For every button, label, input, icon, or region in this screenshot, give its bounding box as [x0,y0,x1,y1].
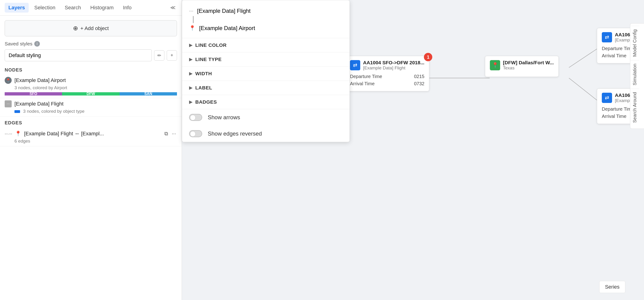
show-arrows-label: Show arrows [208,114,240,121]
collapse-sidebar-button[interactable]: ≪ [169,3,177,12]
width-section: ▶ WIDTH [182,67,350,81]
line-type-header[interactable]: ▶ LINE TYPE [182,52,350,66]
show-arrows-row: Show arrows [182,109,350,126]
sidebar-tabs: Layers Selection Search Histogram Info ≪ [0,0,182,15]
line-type-section: ▶ LINE TYPE [182,52,350,67]
tab-layers[interactable]: Layers [5,3,29,12]
departure-time-row: Departure Time 0215 [350,73,424,80]
node-item-flight[interactable]: ··· [Example Data] Flight 3 nodes, color… [0,98,182,116]
edge-location-icon: 📍 [15,131,21,137]
connection-line [193,16,194,23]
dallas-airport-title: [DFW] Dallas/Fort W... [503,60,554,65]
simulation-tab[interactable]: Simulation [630,60,639,88]
show-arrows-toggle[interactable] [189,114,202,121]
label-header[interactable]: ▶ LABEL [182,81,350,95]
search-around-tab[interactable]: Search Around [630,88,639,126]
badges-label: BADGES [196,99,217,105]
chevron-right-icon: ▶ [189,43,192,48]
arrival-time-value: 0732 [414,81,424,86]
connection-flight: ··· [Example Data] Flight [189,6,342,16]
san-dfw-top-arrival-label: Arrival Time [602,53,626,58]
nodes-section-header: NODES [0,64,182,74]
airport-node-desc: 3 nodes, colored by Airport [5,85,177,90]
edge-icon: --·-- [5,131,12,136]
san-dfw-bottom-icon: ⇄ [602,93,612,103]
flight-node-name: [Example Data] Flight [14,101,64,107]
san-dfw-bottom-arrival-label: Arrival Time [602,114,626,119]
flight-node-desc: 3 nodes, colored by object type [5,109,177,114]
edge-name: [Example Data] Flight ↔ [Exampl... [24,131,160,137]
connection-airport-name: [Example Data] Airport [199,25,255,31]
san-dfw-top-departure-label: Departure Time [602,46,634,51]
dropdown-panel: ··· [Example Data] Flight 📍 [Example Dat… [182,0,350,142]
tab-histogram[interactable]: Histogram [86,3,117,12]
width-label: WIDTH [196,71,212,76]
connection-header: ··· [Example Data] Flight 📍 [Example Dat… [182,0,350,38]
line-type-label: LINE TYPE [196,57,222,62]
style-select[interactable]: Default styling [5,49,152,61]
color-bar-dfw: DFW [62,92,120,95]
show-edges-reversed-row: Show edges reversed [182,126,350,142]
dallas-airport-icon: 📍 [490,60,500,70]
badges-section: ▶ BADGES [182,95,350,109]
tab-info[interactable]: Info [119,3,135,12]
saved-styles-section: Saved styles i Default styling ✏ + [0,41,182,64]
san-dfw-top-icon: ⇄ [602,32,612,42]
info-icon: i [34,41,40,46]
flight-node-map-icon: ⇄ [350,60,360,70]
chevron-right-icon-5: ▶ [189,99,192,105]
badges-header[interactable]: ▶ BADGES [182,95,350,109]
add-object-label: + Add object [80,25,109,31]
right-side-tabs: Model Config Simulation Search Around [630,23,644,129]
label-section: ▶ LABEL [182,81,350,95]
color-bar-sfo: SFO [5,92,62,95]
tab-selection[interactable]: Selection [30,3,59,12]
line-color-section: ▶ LINE COLOR [182,38,350,52]
chevron-right-icon-3: ▶ [189,71,192,76]
san-dfw-bottom-departure-label: Departure Time [602,106,634,112]
flight-sfo-dfw-title: AA1004 SFO->DFW 2018... [363,60,424,65]
style-selector-row: Default styling ✏ + [5,49,177,61]
flight-dots-icon: ··· [189,8,193,14]
departure-time-label: Departure Time [350,74,382,79]
series-button[interactable]: Series [599,281,625,293]
dallas-airport-subtitle: Texas [503,65,554,71]
edit-style-button[interactable]: ✏ [154,50,164,60]
add-style-button[interactable]: + [167,50,177,60]
map-node-sfo-dfw[interactable]: 1 ⇄ AA1004 SFO->DFW 2018... [Example Dat… [345,56,429,91]
line-color-label: LINE COLOR [196,42,227,48]
chevron-right-icon-4: ▶ [189,85,192,90]
airport-node-name: [Example Data] Airport [14,77,66,83]
add-object-button[interactable]: ⊕ + Add object [5,20,177,36]
line-color-header[interactable]: ▶ LINE COLOR [182,38,350,52]
arrival-time-label: Arrival Time [350,81,375,86]
flight-node-icon: ··· [5,100,12,107]
connection-airport: 📍 [Example Data] Airport [189,23,342,33]
airport-color-bars: SFO DFW SAN [5,92,177,95]
notification-badge: 1 [424,53,432,61]
model-config-tab[interactable]: Model Config [630,26,639,60]
edge-item-flight-airport: --·-- 📍 [Example Data] Flight ↔ [Exampl.… [0,127,182,146]
map-node-dallas[interactable]: 📍 [DFW] Dallas/Fort W... Texas [485,56,559,77]
width-header[interactable]: ▶ WIDTH [182,67,350,81]
saved-styles-label: Saved styles i [5,41,177,46]
show-edges-reversed-label: Show edges reversed [208,130,262,137]
airport-node-icon: 📍 [5,77,12,84]
sidebar: Layers Selection Search Histogram Info ≪… [0,0,182,300]
arrival-time-row: Arrival Time 0732 [350,80,424,87]
tab-search[interactable]: Search [61,3,85,12]
chevron-right-icon-2: ▶ [189,57,192,62]
edge-more-options-button[interactable]: ··· [171,130,177,138]
edges-section-header: EDGES [0,116,182,127]
show-edges-reversed-toggle[interactable] [189,130,202,137]
edge-external-link-button[interactable]: ⧉ [164,130,169,138]
node-item-airport[interactable]: 📍 [Example Data] Airport 3 nodes, colore… [0,74,182,98]
airport-pin-icon: 📍 [189,25,196,31]
edge-desc: 6 edges [5,139,177,144]
connection-flight-name: [Example Data] Flight [197,8,250,14]
flight-sfo-dfw-subtitle: [Example Data] Flight [363,65,424,71]
color-bar-san: SAN [120,92,177,95]
label-label: LABEL [196,85,212,91]
departure-time-value: 0215 [414,74,424,79]
plus-circle-icon: ⊕ [73,25,78,32]
